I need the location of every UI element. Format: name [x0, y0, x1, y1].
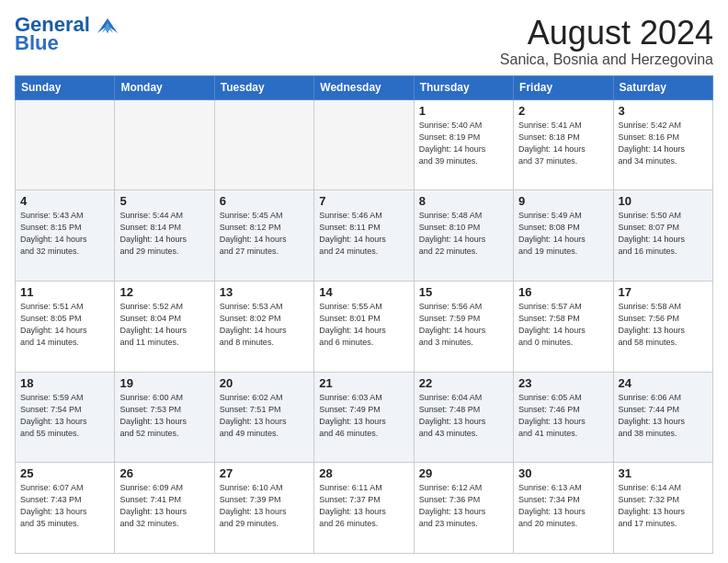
- calendar-cell: 31Sunrise: 6:14 AM Sunset: 7:32 PM Dayli…: [613, 463, 712, 554]
- calendar-cell: 9Sunrise: 5:49 AM Sunset: 8:08 PM Daylig…: [514, 190, 613, 282]
- title-block: August 2024 Sanica, Bosnia and Herzegovi…: [500, 15, 713, 68]
- day-info: Sunrise: 5:53 AM Sunset: 8:02 PM Dayligh…: [220, 301, 309, 349]
- calendar-cell: 6Sunrise: 5:45 AM Sunset: 8:12 PM Daylig…: [214, 190, 313, 282]
- day-number: 14: [319, 285, 408, 299]
- day-info: Sunrise: 6:00 AM Sunset: 7:53 PM Dayligh…: [119, 392, 209, 440]
- day-info: Sunrise: 6:02 AM Sunset: 7:51 PM Dayligh…: [220, 392, 309, 440]
- day-number: 30: [518, 466, 608, 480]
- day-info: Sunrise: 5:43 AM Sunset: 8:15 PM Dayligh…: [20, 210, 109, 258]
- day-number: 6: [220, 194, 309, 208]
- calendar-cell: [314, 99, 414, 190]
- day-info: Sunrise: 6:03 AM Sunset: 7:49 PM Dayligh…: [319, 392, 408, 440]
- day-info: Sunrise: 6:09 AM Sunset: 7:41 PM Dayligh…: [119, 482, 209, 530]
- day-info: Sunrise: 6:12 AM Sunset: 7:36 PM Dayligh…: [419, 482, 508, 530]
- day-number: 31: [619, 466, 708, 480]
- day-info: Sunrise: 6:13 AM Sunset: 7:34 PM Dayligh…: [518, 482, 608, 530]
- day-info: Sunrise: 5:51 AM Sunset: 8:05 PM Dayligh…: [20, 301, 109, 349]
- calendar-cell: 30Sunrise: 6:13 AM Sunset: 7:34 PM Dayli…: [514, 463, 613, 554]
- calendar-cell: 2Sunrise: 5:41 AM Sunset: 8:18 PM Daylig…: [514, 99, 613, 190]
- day-number: 22: [419, 376, 508, 390]
- day-info: Sunrise: 6:04 AM Sunset: 7:48 PM Dayligh…: [419, 392, 508, 440]
- calendar-cell: 20Sunrise: 6:02 AM Sunset: 7:51 PM Dayli…: [214, 372, 313, 463]
- day-info: Sunrise: 5:55 AM Sunset: 8:01 PM Dayligh…: [319, 301, 408, 349]
- day-info: Sunrise: 5:58 AM Sunset: 7:56 PM Dayligh…: [619, 301, 708, 349]
- calendar-cell: 8Sunrise: 5:48 AM Sunset: 8:10 PM Daylig…: [414, 190, 513, 282]
- calendar-table: SundayMondayTuesdayWednesdayThursdayFrid…: [15, 75, 713, 554]
- day-number: 8: [419, 194, 508, 208]
- calendar-cell: 27Sunrise: 6:10 AM Sunset: 7:39 PM Dayli…: [214, 463, 313, 554]
- day-info: Sunrise: 6:10 AM Sunset: 7:39 PM Dayligh…: [220, 482, 309, 530]
- calendar-cell: 7Sunrise: 5:46 AM Sunset: 8:11 PM Daylig…: [314, 190, 414, 282]
- calendar-cell: 15Sunrise: 5:56 AM Sunset: 7:59 PM Dayli…: [414, 281, 513, 372]
- calendar-cell: 24Sunrise: 6:06 AM Sunset: 7:44 PM Dayli…: [613, 372, 712, 463]
- calendar-cell: 25Sunrise: 6:07 AM Sunset: 7:43 PM Dayli…: [16, 463, 115, 554]
- logo-block: General Blue: [15, 15, 118, 55]
- calendar-cell: 1Sunrise: 5:40 AM Sunset: 8:19 PM Daylig…: [414, 99, 513, 190]
- calendar-cell: 17Sunrise: 5:58 AM Sunset: 7:56 PM Dayli…: [613, 281, 712, 372]
- day-number: 13: [220, 285, 309, 299]
- calendar-cell: 10Sunrise: 5:50 AM Sunset: 8:07 PM Dayli…: [613, 190, 712, 282]
- day-number: 5: [119, 194, 209, 208]
- calendar-body: 1Sunrise: 5:40 AM Sunset: 8:19 PM Daylig…: [16, 99, 713, 553]
- weekday-header-wednesday: Wednesday: [314, 75, 414, 99]
- day-number: 25: [20, 466, 109, 480]
- calendar-cell: 26Sunrise: 6:09 AM Sunset: 7:41 PM Dayli…: [115, 463, 214, 554]
- day-info: Sunrise: 5:41 AM Sunset: 8:18 PM Dayligh…: [518, 120, 608, 167]
- subtitle: Sanica, Bosnia and Herzegovina: [500, 52, 713, 68]
- day-info: Sunrise: 5:44 AM Sunset: 8:14 PM Dayligh…: [119, 210, 209, 258]
- calendar-week-3: 11Sunrise: 5:51 AM Sunset: 8:05 PM Dayli…: [16, 281, 713, 372]
- day-info: Sunrise: 6:07 AM Sunset: 7:43 PM Dayligh…: [20, 482, 109, 530]
- calendar-cell: [115, 99, 214, 190]
- logo-icon: [97, 18, 118, 33]
- calendar-cell: [214, 99, 313, 190]
- calendar-cell: 29Sunrise: 6:12 AM Sunset: 7:36 PM Dayli…: [414, 463, 513, 554]
- day-info: Sunrise: 6:11 AM Sunset: 7:37 PM Dayligh…: [319, 482, 408, 530]
- day-info: Sunrise: 6:14 AM Sunset: 7:32 PM Dayligh…: [619, 482, 708, 530]
- calendar-cell: 16Sunrise: 5:57 AM Sunset: 7:58 PM Dayli…: [514, 281, 613, 372]
- day-info: Sunrise: 6:05 AM Sunset: 7:46 PM Dayligh…: [518, 392, 608, 440]
- calendar-cell: 19Sunrise: 6:00 AM Sunset: 7:53 PM Dayli…: [115, 372, 214, 463]
- weekday-header-friday: Friday: [514, 75, 613, 99]
- day-info: Sunrise: 5:59 AM Sunset: 7:54 PM Dayligh…: [20, 392, 109, 440]
- day-info: Sunrise: 5:52 AM Sunset: 8:04 PM Dayligh…: [119, 301, 209, 349]
- calendar-week-5: 25Sunrise: 6:07 AM Sunset: 7:43 PM Dayli…: [16, 463, 713, 554]
- day-number: 27: [220, 466, 309, 480]
- calendar-cell: 18Sunrise: 5:59 AM Sunset: 7:54 PM Dayli…: [16, 372, 115, 463]
- calendar-week-1: 1Sunrise: 5:40 AM Sunset: 8:19 PM Daylig…: [16, 99, 713, 190]
- page: General Blue August 2024 Sanica, Bosnia …: [0, 0, 728, 563]
- weekday-header-sunday: Sunday: [16, 75, 115, 99]
- day-number: 12: [119, 285, 209, 299]
- day-info: Sunrise: 5:46 AM Sunset: 8:11 PM Dayligh…: [319, 210, 408, 258]
- calendar-week-4: 18Sunrise: 5:59 AM Sunset: 7:54 PM Dayli…: [16, 372, 713, 463]
- day-number: 10: [619, 194, 708, 208]
- day-info: Sunrise: 5:49 AM Sunset: 8:08 PM Dayligh…: [518, 210, 608, 258]
- day-number: 17: [619, 285, 708, 299]
- calendar-cell: 22Sunrise: 6:04 AM Sunset: 7:48 PM Dayli…: [414, 372, 513, 463]
- day-info: Sunrise: 5:42 AM Sunset: 8:16 PM Dayligh…: [619, 120, 708, 167]
- calendar-cell: 13Sunrise: 5:53 AM Sunset: 8:02 PM Dayli…: [214, 281, 313, 372]
- calendar-cell: 4Sunrise: 5:43 AM Sunset: 8:15 PM Daylig…: [16, 190, 115, 282]
- calendar-cell: 3Sunrise: 5:42 AM Sunset: 8:16 PM Daylig…: [613, 99, 712, 190]
- weekday-header-monday: Monday: [115, 75, 214, 99]
- day-number: 18: [20, 376, 109, 390]
- day-number: 1: [419, 104, 508, 118]
- calendar-cell: [16, 99, 115, 190]
- main-title: August 2024: [500, 15, 713, 52]
- day-number: 21: [319, 376, 408, 390]
- calendar-cell: 12Sunrise: 5:52 AM Sunset: 8:04 PM Dayli…: [115, 281, 214, 372]
- weekday-header-row: SundayMondayTuesdayWednesdayThursdayFrid…: [16, 75, 713, 99]
- day-number: 19: [119, 376, 209, 390]
- calendar-week-2: 4Sunrise: 5:43 AM Sunset: 8:15 PM Daylig…: [16, 190, 713, 282]
- calendar-cell: 28Sunrise: 6:11 AM Sunset: 7:37 PM Dayli…: [314, 463, 414, 554]
- day-number: 2: [518, 104, 608, 118]
- day-number: 16: [518, 285, 608, 299]
- day-info: Sunrise: 5:45 AM Sunset: 8:12 PM Dayligh…: [220, 210, 309, 258]
- calendar-cell: 23Sunrise: 6:05 AM Sunset: 7:46 PM Dayli…: [514, 372, 613, 463]
- calendar-cell: 11Sunrise: 5:51 AM Sunset: 8:05 PM Dayli…: [16, 281, 115, 372]
- weekday-header-tuesday: Tuesday: [214, 75, 313, 99]
- day-number: 15: [419, 285, 508, 299]
- day-number: 29: [419, 466, 508, 480]
- calendar-cell: 21Sunrise: 6:03 AM Sunset: 7:49 PM Dayli…: [314, 372, 414, 463]
- calendar-cell: 5Sunrise: 5:44 AM Sunset: 8:14 PM Daylig…: [115, 190, 214, 282]
- day-number: 9: [518, 194, 608, 208]
